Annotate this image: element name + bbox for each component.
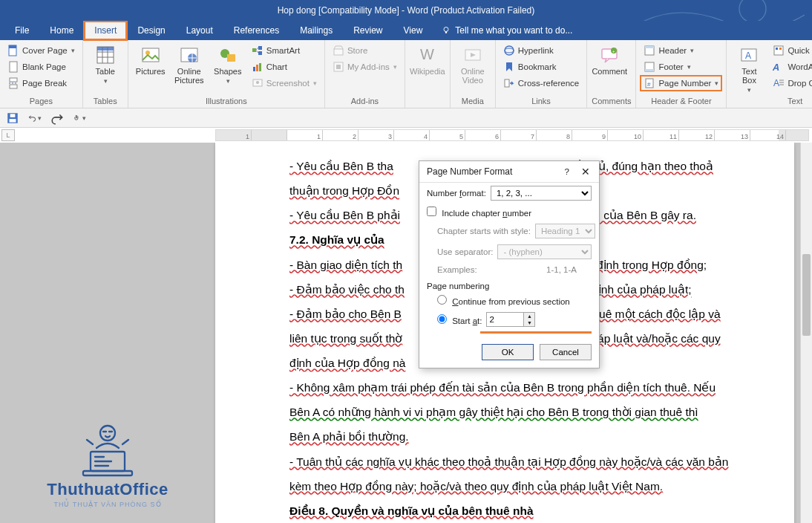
ok-button[interactable]: OK (482, 344, 534, 360)
cover-page-button[interactable]: Cover Page▾ (4, 43, 78, 58)
online-video-button[interactable]: Online Video (455, 43, 491, 97)
wikipedia-button[interactable]: WWikipedia (410, 43, 445, 97)
tab-insert[interactable]: Insert (84, 21, 127, 40)
separator-select: - (hyphen) (497, 244, 592, 259)
header-button[interactable]: Header▾ (641, 43, 721, 58)
textbox-icon: A (739, 45, 759, 65)
page-numbering-section-label: Page numbering (419, 277, 599, 292)
svg-rect-40 (505, 79, 509, 87)
svg-point-38 (505, 48, 514, 53)
group-tables: Table▾ Tables (83, 40, 128, 108)
svg-rect-6 (10, 78, 17, 82)
shapes-button[interactable]: Shapes▾ (210, 43, 246, 97)
tab-file[interactable]: File (4, 21, 39, 40)
tab-home[interactable]: Home (39, 21, 84, 40)
redo-button[interactable] (50, 111, 64, 125)
tell-me-search[interactable]: Tell me what you want to do... (433, 21, 572, 40)
dropcap-button[interactable]: ADrop Cap▾ (770, 76, 812, 91)
svg-rect-26 (253, 67, 255, 71)
page-number-button[interactable]: #Page Number▾ (641, 76, 721, 91)
footer-button[interactable]: Footer▾ (641, 59, 721, 74)
store-button[interactable]: Store (330, 43, 400, 58)
chapter-style-label: Chapter starts with style: (437, 227, 531, 235)
comment-button[interactable]: +Comment (592, 43, 627, 97)
svg-rect-52 (774, 46, 783, 55)
hyperlink-button[interactable]: Hyperlink (500, 43, 582, 58)
svg-rect-28 (259, 63, 261, 71)
spinner-down[interactable]: ▼ (524, 319, 534, 326)
dropcap-icon: A (773, 77, 785, 89)
group-media: Online Video Media (451, 40, 496, 108)
wordart-button[interactable]: AWordArt▾ (770, 59, 812, 74)
tab-mailings[interactable]: Mailings (289, 21, 343, 40)
blank-page-button[interactable]: Blank Page (4, 59, 78, 74)
window-title: Hop dong [Compatibility Mode] - Word (Pr… (278, 5, 535, 16)
tab-view[interactable]: View (393, 21, 433, 40)
save-button[interactable] (6, 111, 19, 125)
tab-layout[interactable]: Layout (176, 21, 223, 40)
doc-text: Bên A phải bồi thường. (289, 426, 775, 446)
examples-value: 1-1, 1-A (546, 265, 577, 274)
touch-mode-button[interactable]: ▾ (73, 111, 86, 125)
header-icon (644, 45, 655, 56)
tab-references[interactable]: References (223, 21, 289, 40)
group-label-text: Text (731, 97, 812, 108)
svg-rect-54 (779, 48, 782, 50)
include-chapter-checkbox[interactable]: Include chapter number (427, 207, 531, 218)
page-break-icon (7, 77, 19, 89)
cancel-button[interactable]: Cancel (540, 344, 592, 360)
start-at-spinner[interactable]: ▲▼ (486, 312, 535, 327)
redo-icon (50, 111, 64, 125)
number-format-select[interactable]: 1, 2, 3, ... (491, 186, 592, 201)
dialog-help-button[interactable]: ? (565, 167, 569, 176)
group-label-hf: Header & Footer (641, 97, 721, 108)
svg-rect-23 (258, 51, 262, 55)
cross-reference-button[interactable]: Cross-reference (500, 76, 582, 91)
svg-rect-22 (258, 46, 262, 50)
chart-button[interactable]: Chart (249, 59, 320, 74)
quick-access-toolbar: ▾ ▾ (0, 108, 812, 128)
horizontal-ruler[interactable]: 112 3456 78910 11121314 15161718 (215, 129, 809, 141)
quick-parts-button[interactable]: Quick Parts▾ (770, 43, 812, 58)
pictures-button[interactable]: Pictures (133, 43, 168, 97)
screenshot-button[interactable]: Screenshot▾ (249, 76, 320, 91)
my-addins-button[interactable]: My Add-ins▾ (330, 59, 400, 74)
continue-radio[interactable]: Continue from previous section (437, 295, 570, 306)
svg-rect-2 (445, 32, 447, 33)
cover-page-icon (7, 45, 19, 56)
undo-button[interactable]: ▾ (28, 111, 42, 125)
group-comments: +Comment Comments (587, 40, 636, 108)
svg-text:+: + (612, 49, 615, 53)
svg-rect-4 (9, 45, 16, 48)
online-pictures-button[interactable]: Online Pictures (171, 43, 207, 97)
page-number-format-dialog: Page Number Format ? ✕ Number format: 1,… (419, 160, 600, 368)
start-at-input[interactable] (486, 312, 523, 327)
tab-selector[interactable]: L (1, 129, 15, 141)
hyperlink-icon (503, 45, 515, 56)
spinner-up[interactable]: ▲ (524, 313, 534, 319)
page-break-button[interactable]: Page Break (4, 76, 78, 91)
smartart-button[interactable]: SmartArt (249, 43, 320, 58)
doc-text: - Không xâm phạm trái phép đến tài sản c… (289, 377, 775, 397)
group-addins: Store My Add-ins▾ Add-ins (325, 40, 405, 108)
svg-point-37 (505, 46, 514, 55)
scrollbar-thumb[interactable] (802, 254, 811, 336)
vertical-scrollbar[interactable] (800, 143, 812, 523)
chart-icon (252, 61, 263, 73)
dialog-title: Page Number Format (427, 166, 512, 177)
bookmark-button[interactable]: Bookmark (500, 59, 582, 74)
touch-icon (73, 114, 81, 122)
dialog-titlebar[interactable]: Page Number Format ? ✕ (419, 161, 599, 183)
doc-text: - Tuân thủ các nghĩa vụ khác theo thoả t… (289, 452, 775, 472)
undo-icon (28, 114, 36, 122)
textbox-button[interactable]: AText Box▾ (731, 43, 767, 97)
tab-review[interactable]: Review (343, 21, 393, 40)
tab-design[interactable]: Design (127, 21, 175, 40)
dialog-close-button[interactable]: ✕ (578, 166, 593, 178)
wm-tag: THỦ THUẬT VĂN PHÒNG SỐ (22, 501, 193, 508)
save-icon (6, 111, 19, 125)
start-at-radio[interactable]: Start at: (437, 314, 482, 325)
table-button[interactable]: Table▾ (88, 43, 123, 97)
svg-rect-31 (334, 49, 343, 55)
quickparts-icon (773, 45, 785, 56)
